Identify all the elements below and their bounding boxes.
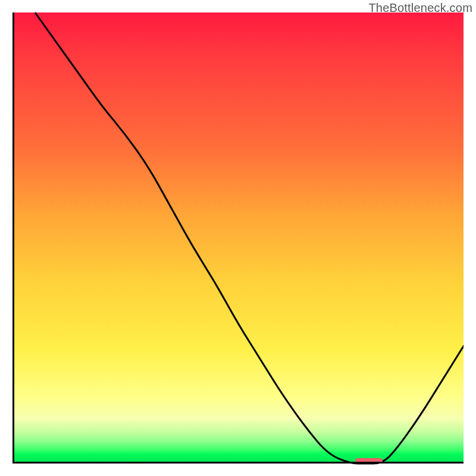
curve-path — [35, 12, 464, 464]
x-axis — [12, 462, 464, 464]
watermark-text: TheBottleneck.com — [368, 1, 472, 15]
chart-container: TheBottleneck.com — [0, 0, 476, 476]
bottleneck-curve — [12, 12, 464, 464]
y-axis — [12, 12, 14, 464]
